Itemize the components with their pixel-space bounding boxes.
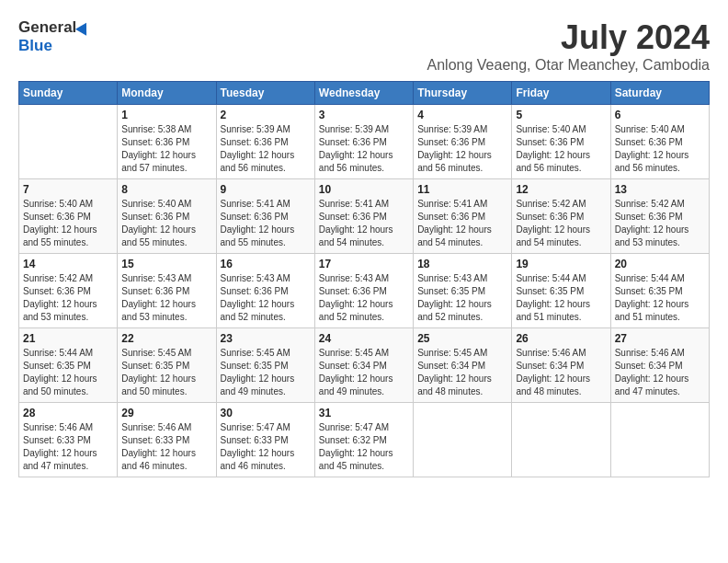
day-info: Sunrise: 5:46 AM Sunset: 6:33 PM Dayligh… (23, 421, 113, 473)
calendar-week-row: 7Sunrise: 5:40 AM Sunset: 6:36 PM Daylig… (19, 179, 710, 254)
logo-general: General (18, 18, 76, 37)
day-info: Sunrise: 5:42 AM Sunset: 6:36 PM Dayligh… (516, 198, 606, 249)
calendar: Sunday Monday Tuesday Wednesday Thursday… (18, 81, 710, 477)
table-row: 21Sunrise: 5:44 AM Sunset: 6:35 PM Dayli… (19, 328, 118, 403)
calendar-week-row: 28Sunrise: 5:46 AM Sunset: 6:33 PM Dayli… (19, 403, 710, 477)
day-info: Sunrise: 5:45 AM Sunset: 6:35 PM Dayligh… (121, 347, 211, 398)
day-info: Sunrise: 5:45 AM Sunset: 6:35 PM Dayligh… (221, 347, 311, 398)
day-info: Sunrise: 5:46 AM Sunset: 6:34 PM Dayligh… (516, 347, 606, 398)
day-number: 17 (319, 258, 409, 270)
day-info: Sunrise: 5:41 AM Sunset: 6:36 PM Dayligh… (221, 198, 311, 249)
table-row: 20Sunrise: 5:44 AM Sunset: 6:35 PM Dayli… (610, 254, 709, 328)
day-info: Sunrise: 5:47 AM Sunset: 6:32 PM Dayligh… (319, 421, 409, 473)
table-row: 26Sunrise: 5:46 AM Sunset: 6:34 PM Dayli… (512, 328, 610, 403)
day-info: Sunrise: 5:44 AM Sunset: 6:35 PM Dayligh… (615, 272, 705, 324)
table-row (19, 105, 118, 179)
day-number: 16 (221, 258, 311, 270)
month-year: July 2024 (427, 18, 710, 57)
day-number: 27 (615, 332, 705, 345)
table-row: 22Sunrise: 5:45 AM Sunset: 6:35 PM Dayli… (118, 328, 216, 403)
header-friday: Friday (512, 82, 610, 105)
table-row: 16Sunrise: 5:43 AM Sunset: 6:36 PM Dayli… (216, 254, 314, 328)
calendar-week-row: 1Sunrise: 5:38 AM Sunset: 6:36 PM Daylig… (19, 105, 710, 179)
day-number: 6 (615, 109, 705, 121)
location: Anlong Veaeng, Otar Meanchey, Cambodia (427, 57, 710, 74)
calendar-week-row: 14Sunrise: 5:42 AM Sunset: 6:36 PM Dayli… (19, 254, 710, 328)
day-info: Sunrise: 5:43 AM Sunset: 6:36 PM Dayligh… (319, 272, 409, 324)
day-number: 23 (221, 332, 311, 345)
day-info: Sunrise: 5:47 AM Sunset: 6:33 PM Dayligh… (221, 421, 311, 473)
table-row (512, 403, 610, 477)
day-info: Sunrise: 5:43 AM Sunset: 6:35 PM Dayligh… (417, 272, 507, 324)
table-row: 9Sunrise: 5:41 AM Sunset: 6:36 PM Daylig… (216, 179, 314, 254)
table-row: 11Sunrise: 5:41 AM Sunset: 6:36 PM Dayli… (414, 179, 512, 254)
header-tuesday: Tuesday (216, 82, 314, 105)
table-row: 28Sunrise: 5:46 AM Sunset: 6:33 PM Dayli… (19, 403, 118, 477)
day-number: 10 (319, 183, 409, 196)
day-number: 11 (417, 183, 507, 196)
table-row: 23Sunrise: 5:45 AM Sunset: 6:35 PM Dayli… (216, 328, 314, 403)
day-info: Sunrise: 5:40 AM Sunset: 6:36 PM Dayligh… (615, 123, 705, 175)
day-number: 22 (121, 332, 211, 345)
day-number: 4 (417, 109, 507, 121)
table-row: 30Sunrise: 5:47 AM Sunset: 6:33 PM Dayli… (216, 403, 314, 477)
day-number: 19 (516, 258, 606, 270)
calendar-week-row: 21Sunrise: 5:44 AM Sunset: 6:35 PM Dayli… (19, 328, 710, 403)
header-wednesday: Wednesday (314, 82, 413, 105)
day-number: 2 (221, 109, 311, 121)
table-row: 29Sunrise: 5:46 AM Sunset: 6:33 PM Dayli… (118, 403, 216, 477)
day-number: 25 (417, 332, 507, 345)
title-area: July 2024 Anlong Veaeng, Otar Meanchey, … (427, 18, 710, 74)
header-saturday: Saturday (610, 82, 709, 105)
table-row: 18Sunrise: 5:43 AM Sunset: 6:35 PM Dayli… (414, 254, 512, 328)
day-number: 8 (121, 183, 211, 196)
logo: General Blue (18, 18, 90, 55)
calendar-header-row: Sunday Monday Tuesday Wednesday Thursday… (19, 82, 710, 105)
day-info: Sunrise: 5:45 AM Sunset: 6:34 PM Dayligh… (417, 347, 507, 398)
day-info: Sunrise: 5:40 AM Sunset: 6:36 PM Dayligh… (23, 198, 113, 249)
table-row: 13Sunrise: 5:42 AM Sunset: 6:36 PM Dayli… (610, 179, 709, 254)
table-row: 24Sunrise: 5:45 AM Sunset: 6:34 PM Dayli… (314, 328, 413, 403)
table-row: 25Sunrise: 5:45 AM Sunset: 6:34 PM Dayli… (414, 328, 512, 403)
day-info: Sunrise: 5:43 AM Sunset: 6:36 PM Dayligh… (121, 272, 211, 324)
table-row: 17Sunrise: 5:43 AM Sunset: 6:36 PM Dayli… (314, 254, 413, 328)
day-info: Sunrise: 5:44 AM Sunset: 6:35 PM Dayligh… (23, 347, 113, 398)
table-row: 3Sunrise: 5:39 AM Sunset: 6:36 PM Daylig… (314, 105, 413, 179)
day-number: 31 (319, 407, 409, 419)
table-row: 19Sunrise: 5:44 AM Sunset: 6:35 PM Dayli… (512, 254, 610, 328)
logo-blue: Blue (18, 37, 52, 55)
day-number: 24 (319, 332, 409, 345)
table-row: 14Sunrise: 5:42 AM Sunset: 6:36 PM Dayli… (19, 254, 118, 328)
day-number: 5 (516, 109, 606, 121)
day-info: Sunrise: 5:38 AM Sunset: 6:36 PM Dayligh… (121, 123, 211, 175)
day-number: 18 (417, 258, 507, 270)
day-number: 12 (516, 183, 606, 196)
table-row (610, 403, 709, 477)
day-info: Sunrise: 5:42 AM Sunset: 6:36 PM Dayligh… (615, 198, 705, 249)
table-row: 7Sunrise: 5:40 AM Sunset: 6:36 PM Daylig… (19, 179, 118, 254)
day-number: 26 (516, 332, 606, 345)
header-thursday: Thursday (414, 82, 512, 105)
day-number: 3 (319, 109, 409, 121)
table-row: 1Sunrise: 5:38 AM Sunset: 6:36 PM Daylig… (118, 105, 216, 179)
header: General Blue July 2024 Anlong Veaeng, Ot… (18, 18, 710, 74)
day-number: 29 (121, 407, 211, 419)
day-number: 7 (23, 183, 113, 196)
table-row: 15Sunrise: 5:43 AM Sunset: 6:36 PM Dayli… (118, 254, 216, 328)
table-row: 10Sunrise: 5:41 AM Sunset: 6:36 PM Dayli… (314, 179, 413, 254)
day-number: 28 (23, 407, 113, 419)
day-info: Sunrise: 5:46 AM Sunset: 6:33 PM Dayligh… (121, 421, 211, 473)
header-sunday: Sunday (19, 82, 118, 105)
day-info: Sunrise: 5:39 AM Sunset: 6:36 PM Dayligh… (221, 123, 311, 175)
table-row: 5Sunrise: 5:40 AM Sunset: 6:36 PM Daylig… (512, 105, 610, 179)
table-row: 31Sunrise: 5:47 AM Sunset: 6:32 PM Dayli… (314, 403, 413, 477)
table-row: 27Sunrise: 5:46 AM Sunset: 6:34 PM Dayli… (610, 328, 709, 403)
day-info: Sunrise: 5:39 AM Sunset: 6:36 PM Dayligh… (319, 123, 409, 175)
day-info: Sunrise: 5:40 AM Sunset: 6:36 PM Dayligh… (121, 198, 211, 249)
day-number: 30 (221, 407, 311, 419)
day-number: 20 (615, 258, 705, 270)
logo-icon (75, 19, 92, 35)
day-info: Sunrise: 5:41 AM Sunset: 6:36 PM Dayligh… (417, 198, 507, 249)
table-row: 6Sunrise: 5:40 AM Sunset: 6:36 PM Daylig… (610, 105, 709, 179)
day-number: 13 (615, 183, 705, 196)
